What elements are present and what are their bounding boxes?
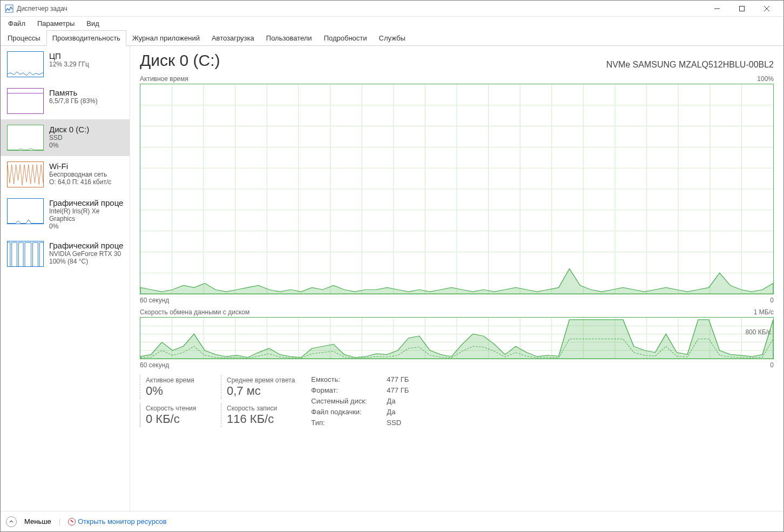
page-title: Диск 0 (C:) (140, 51, 220, 70)
active-time-chart[interactable] (140, 84, 774, 294)
tab-app-history[interactable]: Журнал приложений (126, 30, 206, 45)
svg-rect-2 (740, 6, 745, 11)
sidebar-item-memory[interactable]: Память 6,5/7,8 ГБ (83%) (1, 83, 130, 119)
tab-users[interactable]: Пользователи (260, 30, 318, 45)
titlebar: Диспетчер задач (1, 1, 783, 17)
sidebar-wifi-title: Wi-Fi (49, 161, 111, 171)
sidebar-gpu1-sub2: 100% (84 °C) (49, 258, 123, 265)
tab-performance[interactable]: Производительность (46, 30, 126, 46)
resource-monitor-icon (68, 518, 76, 526)
sidebar-item-cpu[interactable]: ЦП 12% 3,29 ГГц (1, 46, 130, 83)
chart2-max: 1 МБ/с (754, 308, 774, 316)
window-title: Диспетчер задач (17, 5, 67, 12)
sidebar-gpu0-sub: Intel(R) Iris(R) Xe Graphics (49, 207, 123, 223)
sidebar-gpu1-title: Графический процессор 1 (49, 241, 123, 250)
disk-info-grid: Емкость:477 ГБ Формат:477 ГБ Системный д… (311, 375, 451, 427)
sidebar-memory-sub: 6,5/7,8 ГБ (83%) (49, 97, 98, 105)
menubar: Файл Параметры Вид (1, 17, 783, 30)
sidebar-item-disk[interactable]: Диск 0 (C:) SSD 0% (1, 119, 130, 156)
cpu-mini-chart (7, 51, 44, 77)
maximize-button[interactable] (729, 1, 754, 17)
gpu1-mini-chart (7, 241, 44, 267)
sidebar-wifi-sub: Беспроводная сеть (49, 171, 111, 178)
chart1-max: 100% (757, 75, 774, 83)
sidebar-wifi-sub2: О: 64,0 П: 416 кбит/с (49, 178, 111, 186)
sidebar-item-gpu1[interactable]: Графический процессор 1 NVIDIA GeForce R… (1, 235, 130, 272)
fewer-details-button[interactable]: Меньше (24, 517, 51, 526)
sidebar-memory-title: Память (49, 88, 98, 97)
open-resource-monitor-link[interactable]: Открыть монитор ресурсов (68, 517, 166, 526)
sidebar-cpu-sub: 12% 3,29 ГГц (49, 60, 89, 68)
tab-startup[interactable]: Автозагрузка (206, 30, 260, 45)
sidebar-gpu0-sub2: 0% (49, 223, 123, 230)
sidebar-cpu-title: ЦП (49, 51, 89, 60)
sidebar-gpu1-sub: NVIDIA GeForce RTX 30 (49, 250, 123, 258)
chart2-xleft: 60 секунд (140, 361, 169, 369)
chart1-label: Активное время (140, 75, 188, 83)
menu-view[interactable]: Вид (84, 18, 102, 29)
stat-active-time: Активное время 0% (140, 375, 210, 399)
chart1-xleft: 60 секунд (140, 297, 169, 304)
footer: Меньше | Открыть монитор ресурсов (1, 511, 783, 531)
sidebar-item-gpu0[interactable]: Графический процессор 0 Intel(R) Iris(R)… (1, 193, 130, 235)
stat-read-speed: Скорость чтения 0 КБ/с (140, 403, 210, 427)
tab-processes[interactable]: Процессы (2, 30, 46, 45)
device-model: NVMe SAMSUNG MZALQ512HBLU-00BL2 (606, 60, 774, 70)
sidebar-disk-title: Диск 0 (C:) (49, 125, 89, 134)
menu-file[interactable]: Файл (6, 18, 28, 29)
chart2-label: Скорость обмена данными с диском (140, 308, 249, 316)
stat-write-speed: Скорость записи 116 КБ/с (221, 403, 291, 427)
sidebar-disk-sub: SSD (49, 134, 89, 142)
sidebar-gpu0-title: Графический процессор 0 (49, 198, 123, 207)
sidebar-disk-sub2: 0% (49, 142, 89, 149)
chart2-inner-label: 800 КБ/с (745, 328, 771, 336)
chart2-xright: 0 (770, 361, 774, 369)
close-button[interactable] (754, 1, 779, 17)
app-icon (5, 4, 13, 13)
transfer-rate-chart[interactable]: 800 КБ/с (140, 317, 774, 359)
disk-mini-chart (7, 125, 44, 151)
tab-services[interactable]: Службы (373, 30, 411, 45)
stat-response-time: Среднее время ответа 0,7 мс (221, 375, 295, 399)
main-panel: Диск 0 (C:) NVMe SAMSUNG MZALQ512HBLU-00… (130, 46, 783, 511)
sidebar-item-wifi[interactable]: Wi-Fi Беспроводная сеть О: 64,0 П: 416 к… (1, 156, 130, 193)
tab-bar: Процессы Производительность Журнал прило… (1, 30, 783, 46)
memory-mini-chart (7, 88, 44, 114)
chart1-xright: 0 (770, 297, 774, 304)
menu-options[interactable]: Параметры (35, 18, 77, 29)
sidebar: ЦП 12% 3,29 ГГц Память 6,5/7,8 ГБ (83%) … (1, 46, 130, 511)
gpu0-mini-chart (7, 198, 44, 224)
wifi-mini-chart (7, 161, 44, 187)
minimize-button[interactable] (705, 1, 729, 17)
tab-details[interactable]: Подробности (318, 30, 373, 45)
fewer-details-icon[interactable] (6, 516, 17, 527)
